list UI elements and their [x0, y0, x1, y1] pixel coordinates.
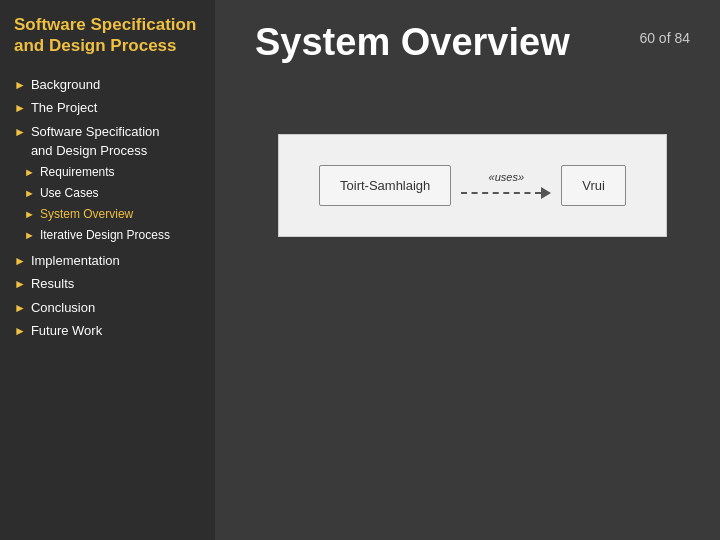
nav-sub-label: Requirements: [40, 163, 115, 181]
main-content: System Overview 60 of 84 Toirt-Samhlaigh…: [215, 0, 720, 540]
nav-sub-item-system-overview[interactable]: ► System Overview: [24, 205, 170, 223]
nav-label: Future Work: [31, 321, 102, 341]
arrow-icon: ►: [14, 275, 26, 293]
arrow-icon: ►: [24, 206, 35, 223]
nav-item-future-work[interactable]: ► Future Work: [14, 321, 205, 341]
arrow-icon: ►: [14, 252, 26, 270]
nav-sub-label-highlighted: System Overview: [40, 205, 133, 223]
diagram-right-box: Vrui: [561, 165, 626, 206]
arrow-icon: ►: [14, 76, 26, 94]
diagram-area: Toirt-Samhlaigh «uses» Vrui: [255, 134, 690, 237]
arrow-icon: ►: [14, 99, 26, 117]
arrow-icon: ►: [24, 164, 35, 181]
nav-sub-item-requirements[interactable]: ► Requirements: [24, 163, 170, 181]
uses-label: «uses»: [489, 171, 524, 183]
nav-item-the-project[interactable]: ► The Project: [14, 98, 205, 118]
arrow-icon: ►: [24, 185, 35, 202]
nav-item-conclusion[interactable]: ► Conclusion: [14, 298, 205, 318]
main-header: System Overview 60 of 84: [255, 22, 690, 64]
page-title: System Overview: [255, 22, 570, 64]
dashed-arrow: [461, 187, 551, 199]
sidebar-title: Software Specification and Design Proces…: [14, 14, 205, 57]
nav-label: Conclusion: [31, 298, 95, 318]
nav-label: Implementation: [31, 251, 120, 271]
nav-sub-label: Iterative Design Process: [40, 226, 170, 244]
nav-label: Software Specificationand Design Process: [31, 122, 160, 161]
arrow-head: [541, 187, 551, 199]
slide-number: 60 of 84: [639, 30, 690, 46]
nav-sub-label: Use Cases: [40, 184, 99, 202]
nav-sub-item-use-cases[interactable]: ► Use Cases: [24, 184, 170, 202]
arrow-icon: ►: [24, 227, 35, 244]
nav-item-implementation[interactable]: ► Implementation: [14, 251, 205, 271]
arrow-icon: ►: [14, 123, 26, 141]
arrow-icon: ►: [14, 322, 26, 340]
dashed-line: [461, 192, 541, 194]
nav-sub-item-iterative-design[interactable]: ► Iterative Design Process: [24, 226, 170, 244]
nav-list: ► Background ► The Project ► Software Sp…: [14, 75, 205, 345]
nav-item-results[interactable]: ► Results: [14, 274, 205, 294]
nav-sub-list: ► Requirements ► Use Cases ► System Over…: [24, 163, 170, 247]
nav-item-background[interactable]: ► Background: [14, 75, 205, 95]
diagram-left-box: Toirt-Samhlaigh: [319, 165, 451, 206]
arrow-icon: ►: [14, 299, 26, 317]
nav-label: The Project: [31, 98, 97, 118]
nav-label: Results: [31, 274, 74, 294]
nav-item-software-spec[interactable]: ► Software Specificationand Design Proce…: [14, 122, 205, 247]
diagram-wrapper: Toirt-Samhlaigh «uses» Vrui: [278, 134, 667, 237]
nav-label: Background: [31, 75, 100, 95]
diagram-arrow: «uses»: [461, 171, 551, 199]
sidebar: Software Specification and Design Proces…: [0, 0, 215, 540]
